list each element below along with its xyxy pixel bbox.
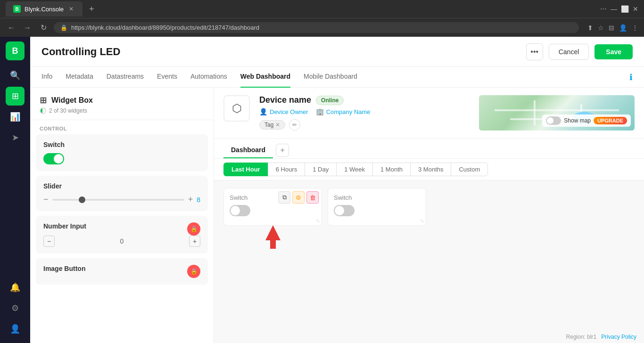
time-filter-3-months[interactable]: 3 Months [410,163,451,176]
show-map-label: Show map [564,117,591,124]
dashboard-tab[interactable]: Dashboard [223,142,273,158]
tag-label: Tag [264,122,273,128]
tab-automations[interactable]: Automations [190,67,227,88]
profile-icon[interactable]: 👤 [619,24,627,32]
slider-plus-btn[interactable]: + [188,195,193,204]
widget-count-text: 2 of 30 widgets [49,107,87,114]
number-minus-btn[interactable]: − [43,236,55,247]
window-restore-icon[interactable]: ⬜ [621,5,629,13]
widget-item-switch[interactable]: Switch [36,134,208,171]
tag-edit-button[interactable]: ✏ [289,119,300,131]
bookmark-icon[interactable]: ☆ [598,24,604,32]
address-bar-actions: ⬆ ☆ ⊟ 👤 ⋮ [587,24,638,32]
company-name-label: Company Name [326,108,371,115]
time-filter-custom[interactable]: Custom [451,163,488,176]
tag-item[interactable]: Tag ✕ [259,120,285,130]
widget-item-number-input[interactable]: Number Input 🔒 − 0 + [36,216,208,253]
time-filter-last-hour[interactable]: Last Hour [223,163,268,176]
save-button[interactable]: Save [594,44,633,59]
nav-settings-icon[interactable]: ⚙ [6,299,25,318]
info-icon[interactable]: ℹ [629,72,633,82]
resize-handle-2[interactable]: ⤡ [420,218,424,223]
tab-mobile-dashboard[interactable]: Mobile Dashboard [304,67,357,88]
company-link[interactable]: 🏢 Company Name [316,108,371,115]
widget-copy-button[interactable]: ⧉ [278,191,290,204]
widget-switch-title: Switch [43,141,200,148]
widget-grid: Switch ⧉ ⚙ 🗑 ⤡ [214,180,644,343]
device-name-row: Device name Online [259,95,470,105]
forward-button[interactable]: → [22,22,33,33]
show-map-overlay: Show map UPGRADE [542,114,631,127]
grid-switch-toggle-1[interactable] [230,205,250,216]
widget-box-title: ⊞ Widget Box [40,95,204,106]
cancel-button[interactable]: Cancel [549,44,589,60]
tab-close-button[interactable]: ✕ [67,5,75,13]
share-icon[interactable]: ⬆ [587,24,593,32]
nav-analytics-icon[interactable]: 📊 [6,107,25,126]
reload-button[interactable]: ↻ [38,22,49,33]
page-title: Controlling LED [41,46,526,58]
owner-icon: 👤 [259,108,267,115]
address-bar[interactable]: 🔒 https://blynk.cloud/dashboard/88950/pr… [54,22,579,33]
grid-switch-toggle-2[interactable] [334,205,355,216]
new-tab-button[interactable]: + [86,4,97,14]
company-icon: 🏢 [316,108,324,115]
slider-track[interactable] [52,199,184,201]
widget-item-slider[interactable]: Slider − + 8 [36,176,208,211]
more-options-button[interactable]: ••• [526,43,543,60]
browser-tab[interactable]: B Blynk.Console ✕ [6,1,83,16]
menu-icon[interactable]: ⋮ [632,24,638,32]
time-filter-6-hours[interactable]: 6 Hours [268,163,305,176]
grid-widget-switch-1: Switch ⧉ ⚙ 🗑 ⤡ [223,188,322,226]
resize-handle-1[interactable]: ⤡ [316,218,320,223]
show-map-toggle[interactable] [546,116,561,125]
back-button[interactable]: ← [6,22,17,33]
content-area: ⊞ Widget Box 2 of 30 widgets CONTROL Swi… [30,88,644,343]
tab-web-dashboard[interactable]: Web Dashboard [240,67,290,88]
nav-search-icon[interactable]: 🔍 [6,66,25,85]
app-logo[interactable]: B [6,41,25,60]
window-menu-icon[interactable]: ⋯ [600,5,607,13]
time-filter-1-week[interactable]: 1 Week [336,163,372,176]
widget-count-bar [40,107,46,114]
slider-thumb[interactable] [79,196,85,203]
tags-row: Tag ✕ ✏ [259,119,470,131]
device-owner-link[interactable]: 👤 Device Owner [259,108,308,115]
time-filter-1-month[interactable]: 1 Month [372,163,410,176]
time-filter-1-day[interactable]: 1 Day [305,163,336,176]
tab-title: Blynk.Console [25,6,64,13]
grid-widget-switch-2-title: Switch [334,194,420,201]
widget-item-image-button[interactable]: Image Button 🔒 [36,258,208,285]
nav-bell-icon[interactable]: 🔔 [6,278,25,297]
tab-metadata[interactable]: Metadata [66,67,93,88]
privacy-policy-link[interactable]: Privacy Policy [601,334,636,340]
reader-mode-icon[interactable]: ⊟ [609,24,614,32]
window-close-icon[interactable]: ✕ [633,5,638,13]
nav-user-icon[interactable]: 👤 [6,319,25,338]
number-plus-btn[interactable]: + [189,236,200,247]
widget-box-icon: ⊞ [40,95,47,106]
tab-info[interactable]: Info [41,67,52,88]
widget-delete-button[interactable]: 🗑 [306,191,319,204]
upgrade-badge[interactable]: UPGRADE [594,117,627,124]
add-tab-button[interactable]: + [276,144,289,157]
nav-send-icon[interactable]: ➤ [6,128,25,147]
map-area: Show map UPGRADE [479,95,635,131]
tab-events[interactable]: Events [157,67,177,88]
widget-settings-button[interactable]: ⚙ [292,191,305,204]
tag-remove-button[interactable]: ✕ [275,122,280,128]
nav-grid-icon[interactable]: ⊞ [6,87,25,106]
switch-toggle-container [43,153,200,164]
switch-toggle[interactable] [43,153,64,164]
number-input-container: − 0 + [43,236,200,247]
slider-value: 8 [197,196,200,204]
dashboard-panel: ⬡ Device name Online 👤 Device Owner [214,88,644,343]
main-content: Controlling LED ••• Cancel Save Info Met… [30,37,644,343]
tab-datastreams[interactable]: Datastreams [107,67,144,88]
map-road-vertical [534,100,536,125]
region-label: Region: blr1 [566,334,597,340]
device-meta: 👤 Device Owner 🏢 Company Name [259,108,470,115]
slider-minus-btn[interactable]: − [43,195,49,204]
widget-image-button-title: Image Button [43,265,85,272]
window-minimize-icon[interactable]: — [611,5,617,13]
